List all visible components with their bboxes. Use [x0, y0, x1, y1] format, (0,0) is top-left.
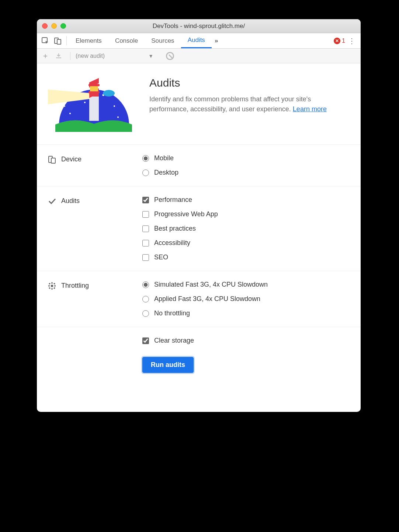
- device-option-desktop[interactable]: Desktop: [142, 169, 350, 176]
- separator: [66, 36, 67, 45]
- svg-point-20: [103, 90, 115, 97]
- svg-point-7: [114, 105, 115, 107]
- throttling-option-none[interactable]: No throttling: [142, 309, 350, 317]
- zoom-window-button[interactable]: [60, 23, 66, 29]
- error-count: 1: [342, 38, 345, 44]
- audit-check-seo[interactable]: [142, 254, 149, 261]
- device-radio-desktop[interactable]: [142, 169, 149, 176]
- close-window-button[interactable]: [42, 23, 48, 29]
- panel-heading: Audits: [149, 77, 350, 89]
- window-title: DevTools - wind-sprout.glitch.me/: [37, 22, 361, 30]
- titlebar: DevTools - wind-sprout.glitch.me/: [37, 19, 361, 33]
- device-section: Device Mobile Desktop: [37, 145, 361, 186]
- svg-point-25: [51, 285, 53, 287]
- device-radio-mobile[interactable]: [142, 155, 149, 162]
- run-audits-button[interactable]: Run audits: [142, 357, 194, 373]
- audit-option-pwa[interactable]: Progressive Web App: [142, 210, 350, 218]
- lighthouse-illustration: [48, 77, 138, 132]
- audit-check-performance[interactable]: [142, 197, 149, 203]
- svg-point-8: [121, 96, 122, 98]
- svg-point-5: [84, 102, 86, 103]
- svg-point-12: [64, 105, 65, 107]
- device-toolbar-icon[interactable]: [52, 33, 64, 48]
- throttling-label: Throttling: [61, 282, 89, 290]
- separator: [70, 52, 70, 60]
- tab-console[interactable]: Console: [108, 33, 145, 48]
- svg-rect-31: [53, 283, 55, 285]
- svg-point-4: [77, 91, 78, 92]
- throttling-section: Throttling Simulated Fast 3G, 4x CPU Slo…: [37, 271, 361, 327]
- clear-icon[interactable]: [166, 52, 174, 60]
- svg-point-10: [117, 116, 119, 118]
- panel-description: Identify and fix common problems that af…: [149, 94, 350, 114]
- svg-rect-30: [49, 283, 51, 285]
- svg-rect-28: [48, 286, 50, 287]
- learn-more-link[interactable]: Learn more: [293, 105, 327, 113]
- svg-rect-24: [51, 158, 55, 163]
- traffic-lights: [42, 23, 66, 29]
- error-count-badge[interactable]: ✕ 1: [334, 38, 345, 44]
- clear-storage-option[interactable]: Clear storage: [142, 337, 350, 344]
- audit-option-seo[interactable]: SEO: [142, 253, 350, 261]
- svg-rect-29: [54, 286, 56, 287]
- tabs-overflow[interactable]: »: [212, 33, 221, 48]
- device-label: Device: [61, 155, 81, 163]
- intro-section: Audits Identify and fix common problems …: [37, 63, 361, 145]
- throttling-radio-applied[interactable]: [142, 296, 149, 302]
- throttling-option-simulated[interactable]: Simulated Fast 3G, 4x CPU Slowdown: [142, 281, 350, 288]
- svg-rect-17: [90, 85, 98, 91]
- tab-elements[interactable]: Elements: [69, 33, 108, 48]
- device-icon: [48, 155, 56, 164]
- throttling-radio-simulated[interactable]: [142, 281, 149, 288]
- check-icon: [48, 197, 56, 205]
- audit-check-pwa[interactable]: [142, 211, 149, 218]
- tab-sources[interactable]: Sources: [145, 33, 181, 48]
- svg-point-22: [102, 122, 127, 131]
- svg-point-9: [69, 113, 71, 114]
- audit-selector[interactable]: (new audit): [76, 53, 105, 59]
- audit-check-best-practices[interactable]: [142, 225, 149, 232]
- audit-option-best-practices[interactable]: Best practices: [142, 225, 350, 232]
- svg-point-21: [61, 122, 86, 131]
- svg-rect-27: [52, 288, 53, 290]
- device-option-mobile[interactable]: Mobile: [142, 154, 350, 162]
- audit-check-accessibility[interactable]: [142, 240, 149, 246]
- svg-rect-32: [49, 287, 51, 289]
- error-icon: ✕: [334, 38, 340, 44]
- svg-rect-2: [57, 39, 61, 44]
- audits-label: Audits: [61, 197, 80, 205]
- new-audit-icon[interactable]: ＋: [41, 51, 50, 61]
- minimize-window-button[interactable]: [51, 23, 57, 29]
- tab-audits[interactable]: Audits: [181, 33, 212, 48]
- svg-rect-19: [89, 91, 100, 93]
- audits-section: Audits Performance Progressive Web App B…: [37, 186, 361, 271]
- svg-rect-26: [52, 282, 53, 284]
- throttling-radio-none[interactable]: [142, 310, 149, 317]
- throttling-option-applied[interactable]: Applied Fast 3G, 4x CPU Slowdown: [142, 295, 350, 303]
- devtools-menu-icon[interactable]: ⋮: [347, 36, 356, 45]
- audit-option-performance[interactable]: Performance: [142, 196, 350, 204]
- svg-rect-33: [53, 287, 55, 289]
- audits-panel: Audits Identify and fix common problems …: [37, 63, 361, 412]
- audit-option-accessibility[interactable]: Accessibility: [142, 239, 350, 247]
- svg-rect-18: [89, 84, 100, 86]
- devtools-window: DevTools - wind-sprout.glitch.me/ Elemen…: [37, 19, 361, 412]
- chevron-down-icon[interactable]: ▼: [148, 53, 153, 59]
- gear-icon: [48, 282, 56, 290]
- devtools-tabstrip: Elements Console Sources Audits » ✕ 1 ⋮: [37, 33, 361, 49]
- download-icon[interactable]: [55, 53, 65, 59]
- clear-storage-check[interactable]: [142, 337, 149, 344]
- clear-storage-section: Clear storage: [37, 327, 361, 354]
- audits-toolbar: ＋ (new audit) ▼: [37, 49, 361, 63]
- inspect-element-icon[interactable]: [39, 33, 52, 48]
